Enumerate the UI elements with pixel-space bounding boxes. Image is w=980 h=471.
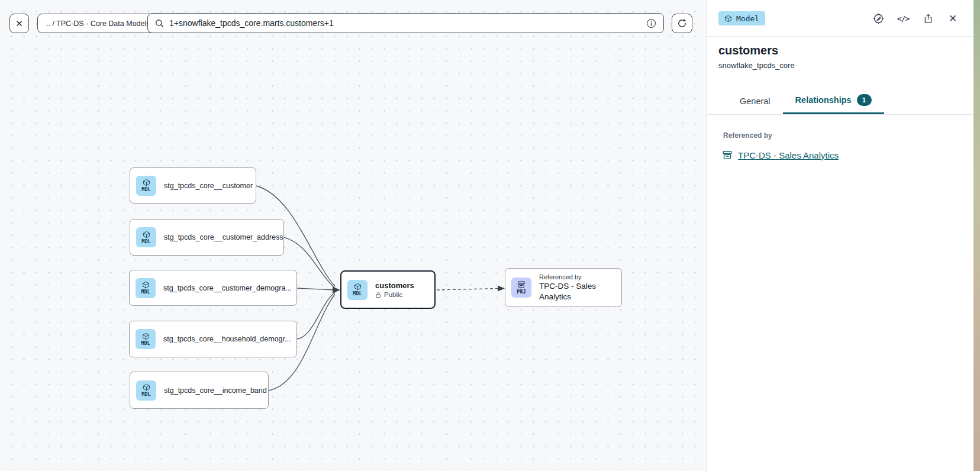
- badge-label: MDL: [141, 289, 150, 295]
- panel-tabs: General Relationships 1: [707, 88, 973, 115]
- panel-title: customers: [718, 44, 778, 57]
- tab-relationships[interactable]: Relationships 1: [783, 88, 884, 114]
- cube-icon: [142, 333, 150, 340]
- model-badge: MDL: [136, 278, 156, 298]
- model-badge: MDL: [347, 280, 368, 300]
- cube-icon: [724, 15, 732, 22]
- compass-icon: [872, 12, 885, 25]
- close-icon: ✕: [949, 12, 957, 25]
- node-stg-customer-demographics[interactable]: MDL stg_tpcds_core__customer_demogra...: [129, 270, 297, 306]
- panel-header: Model </>: [707, 0, 973, 37]
- arrowhead-into-customers: [333, 287, 340, 293]
- model-badge: MDL: [136, 227, 156, 247]
- node-stg-household-demographics[interactable]: MDL stg_tpcds_core__household_demogr...: [129, 321, 297, 357]
- node-title: customers: [375, 280, 414, 291]
- panel-subtitle: snowflake_tpcds_core: [718, 61, 795, 70]
- tab-relationships-label: Relationships: [795, 95, 852, 105]
- view-code-button[interactable]: </>: [895, 10, 911, 27]
- cube-icon: [354, 283, 362, 291]
- tab-general-label: General: [740, 96, 771, 106]
- badge-label: MDL: [141, 340, 150, 346]
- badge-label: MDL: [141, 186, 150, 192]
- referenced-project-row[interactable]: TPC-DS - Sales Analytics: [722, 150, 839, 160]
- share-button[interactable]: [920, 10, 936, 27]
- node-stg-income-band[interactable]: MDL stg_tpcds_core__income_band: [130, 372, 269, 409]
- model-badge: MDL: [136, 380, 156, 401]
- node-stg-customer[interactable]: MDL stg_tpcds_core__customer: [130, 167, 256, 204]
- badge-label: MDL: [141, 391, 150, 397]
- unlock-icon: [375, 292, 382, 298]
- relationships-count-badge: 1: [857, 94, 872, 106]
- referenced-by-label: Referenced by: [723, 131, 772, 140]
- archive-icon: [517, 280, 526, 289]
- close-lineage-button[interactable]: ✕: [9, 14, 29, 33]
- tab-general[interactable]: General: [727, 88, 783, 114]
- node-customers-selected[interactable]: MDL customers Public: [340, 270, 436, 309]
- badge-label: MDL: [141, 238, 150, 244]
- breadcrumb-label: .. / TPC-DS - Core Data Models: [46, 20, 150, 28]
- share-icon: [923, 13, 934, 24]
- referenced-project-link[interactable]: TPC-DS - Sales Analytics: [738, 150, 839, 160]
- node-label: stg_tpcds_core__household_demogr...: [163, 335, 291, 343]
- node-project-sales-analytics[interactable]: PRJ Referenced by TPC-DS - Sales Analyti…: [505, 268, 622, 307]
- edge-referenced-by: [437, 289, 499, 291]
- badge-label: MDL: [353, 291, 362, 296]
- node-caption: Referenced by: [539, 273, 621, 281]
- resource-type-label: Model: [736, 14, 759, 23]
- refresh-lineage-button[interactable]: [672, 14, 692, 33]
- close-panel-button[interactable]: ✕: [944, 10, 961, 27]
- lineage-canvas[interactable]: ✕ .. / TPC-DS - Core Data Models: [0, 0, 707, 471]
- edge-household-demographics: [297, 292, 335, 339]
- node-stg-customer-address[interactable]: MDL stg_tpcds_core__customer_address: [130, 219, 284, 256]
- cube-icon: [143, 383, 150, 391]
- breadcrumb[interactable]: .. / TPC-DS - Core Data Models: [37, 14, 159, 33]
- node-label: stg_tpcds_core__income_band: [164, 386, 267, 395]
- node-title: TPC-DS - Sales Analytics: [539, 281, 621, 302]
- search-input[interactable]: [169, 18, 641, 28]
- node-label: stg_tpcds_core__customer: [164, 182, 253, 190]
- details-panel: Model </>: [707, 0, 973, 471]
- lineage-search[interactable]: [147, 13, 664, 33]
- info-icon[interactable]: [646, 18, 656, 28]
- cube-icon: [143, 231, 150, 238]
- search-icon: [155, 19, 164, 28]
- edge-customer-demographics: [297, 288, 335, 290]
- close-icon: ✕: [15, 18, 23, 29]
- code-icon: </>: [897, 14, 909, 23]
- badge-label: PRJ: [517, 289, 526, 295]
- desktop-wallpaper-sliver: [973, 0, 980, 471]
- arrowhead-into-project: [498, 286, 505, 292]
- lineage-explorer: ✕ .. / TPC-DS - Core Data Models: [0, 0, 980, 471]
- resource-type-badge: Model: [718, 11, 765, 25]
- refresh-icon: [677, 18, 687, 28]
- cube-icon: [142, 281, 150, 289]
- project-badge: PRJ: [511, 278, 531, 298]
- cube-icon: [143, 179, 150, 186]
- model-badge: MDL: [136, 329, 156, 349]
- node-access-label: Public: [384, 291, 402, 299]
- lineage-edges: [0, 0, 707, 471]
- archive-icon: [722, 150, 733, 160]
- node-label: stg_tpcds_core__customer_address: [164, 233, 283, 241]
- model-badge: MDL: [136, 176, 156, 196]
- node-label: stg_tpcds_core__customer_demogra...: [163, 284, 292, 292]
- explore-button[interactable]: [870, 10, 886, 27]
